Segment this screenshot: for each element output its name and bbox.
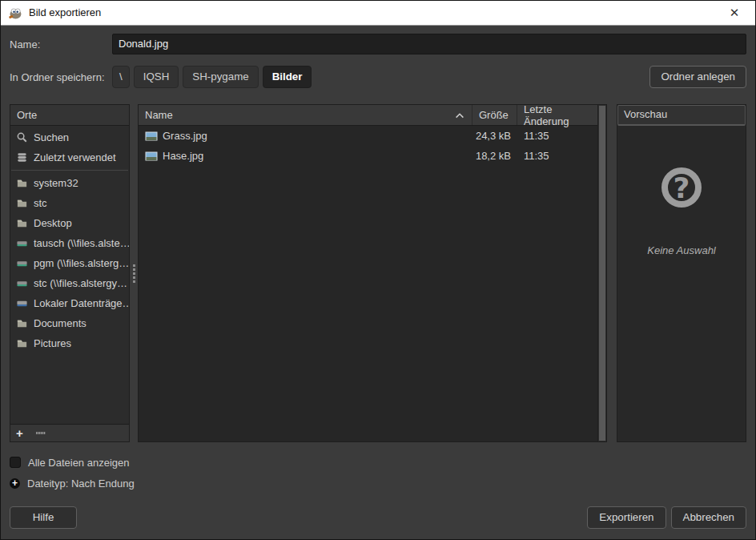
place-suchen[interactable]: Suchen: [10, 127, 129, 147]
file-list-header: Name Größe Letzte Änderung: [139, 105, 597, 126]
file-row-hase[interactable]: Hase.jpg 18,2 kB 11:35: [139, 146, 597, 166]
file-size: 18,2 kB: [472, 150, 517, 162]
path-breadcrumb: \ IQSH SH-pygame Bilder: [112, 66, 312, 87]
image-file-icon: [145, 131, 158, 142]
file-size: 24,3 kB: [472, 130, 517, 142]
filename-input[interactable]: Donald.jpg: [112, 34, 746, 54]
folder-icon: [16, 197, 28, 209]
close-icon[interactable]: ✕: [721, 6, 748, 20]
no-selection-text: Keine Auswahl: [647, 244, 716, 256]
folder-icon: [16, 317, 28, 329]
network-drive-icon: [16, 277, 28, 289]
file-modified: 11:35: [517, 150, 597, 162]
create-folder-button[interactable]: Ordner anlegen: [649, 66, 746, 87]
folder-icon: [16, 217, 28, 229]
path-button-sh-pygame[interactable]: SH-pygame: [183, 66, 258, 87]
expand-plus-icon[interactable]: +: [10, 478, 20, 489]
show-all-files-option[interactable]: Alle Dateien anzeigen: [10, 452, 746, 473]
place-lokaler-datentraeger[interactable]: Lokaler Datenträge…: [10, 293, 129, 313]
remove-place-button[interactable]: [36, 432, 46, 434]
place-system32[interactable]: system32: [10, 173, 129, 193]
file-rows: Grass.jpg 24,3 kB 11:35 Hase.jpg 18,2 kB…: [139, 126, 606, 441]
export-button[interactable]: Exportieren: [587, 506, 666, 529]
path-button-bilder[interactable]: Bilder: [263, 66, 312, 87]
place-pictures[interactable]: Pictures: [10, 333, 129, 353]
place-stc[interactable]: stc: [10, 193, 129, 213]
places-separator: [11, 170, 128, 171]
folder-icon: [16, 177, 28, 189]
places-header[interactable]: Orte: [10, 105, 129, 126]
file-type-label: Dateityp: Nach Endung: [27, 478, 135, 490]
scrollbar-thumb[interactable]: [599, 106, 605, 441]
folder-icon: [16, 337, 28, 349]
footer: Hilfe Exportieren Abbrechen: [10, 506, 746, 529]
network-drive-icon: [16, 257, 28, 269]
help-button[interactable]: Hilfe: [10, 506, 77, 529]
network-drive-icon: [16, 237, 28, 249]
places-list: Suchen Zuletzt verwendet system32 st: [10, 126, 129, 424]
save-in-folder-label: In Ordner speichern:: [10, 71, 112, 83]
column-header-size[interactable]: Größe: [472, 105, 517, 125]
image-file-icon: [145, 151, 158, 162]
file-list-scrollbar[interactable]: [597, 105, 606, 441]
gimp-wilber-icon: [8, 6, 22, 20]
cancel-button[interactable]: Abbrechen: [671, 506, 746, 529]
places-toolbar: +: [10, 424, 129, 441]
file-row-grass[interactable]: Grass.jpg 24,3 kB 11:35: [139, 126, 597, 146]
file-type-expander[interactable]: + Dateityp: Nach Endung: [10, 473, 746, 494]
folder-row: In Ordner speichern: \ IQSH SH-pygame Bi…: [0, 62, 756, 91]
path-button-root[interactable]: \: [112, 66, 130, 87]
pane-splitter[interactable]: [130, 104, 138, 442]
question-mark-icon: ?: [662, 167, 702, 208]
options-section: Alle Dateien anzeigen + Dateityp: Nach E…: [10, 452, 746, 494]
titlebar: Bild exportieren ✕: [0, 0, 756, 26]
sort-ascending-icon: [454, 111, 465, 120]
column-header-modified[interactable]: Letzte Änderung: [517, 105, 597, 125]
place-stc-network[interactable]: stc (\\files.alstergy…: [10, 273, 129, 293]
window-title: Bild exportieren: [29, 6, 101, 18]
local-disk-icon: [16, 297, 28, 309]
export-image-dialog: { "window": { "title": "Bild exportieren…: [0, 0, 756, 540]
column-header-name[interactable]: Name: [139, 105, 472, 125]
place-tausch-network[interactable]: tausch (\\files.alste…: [10, 233, 129, 253]
path-button-iqsh[interactable]: IQSH: [134, 66, 179, 87]
preview-header: Vorschau: [617, 105, 746, 126]
add-place-button[interactable]: +: [16, 427, 23, 439]
file-list-pane: Name Größe Letzte Änderung: [138, 104, 607, 442]
splitter-grip-icon: [133, 272, 135, 275]
name-label: Name:: [10, 38, 112, 50]
file-modified: 11:35: [517, 130, 597, 142]
show-all-files-label: Alle Dateien anzeigen: [28, 457, 129, 469]
places-pane: Orte Suchen Zuletzt verwendet: [10, 104, 130, 442]
place-desktop[interactable]: Desktop: [10, 213, 129, 233]
preview-pane: Vorschau ? Keine Auswahl: [617, 104, 746, 442]
place-pgm-network[interactable]: pgm (\\files.alsterg…: [10, 253, 129, 273]
place-zuletzt-verwendet[interactable]: Zuletzt verwendet: [10, 147, 129, 167]
checkbox-icon[interactable]: [10, 457, 21, 468]
main-area: Orte Suchen Zuletzt verwendet: [10, 104, 746, 442]
name-row: Name: Donald.jpg: [0, 32, 756, 56]
place-documents[interactable]: Documents: [10, 313, 129, 333]
search-icon: [16, 131, 28, 143]
recent-icon: [16, 151, 28, 163]
